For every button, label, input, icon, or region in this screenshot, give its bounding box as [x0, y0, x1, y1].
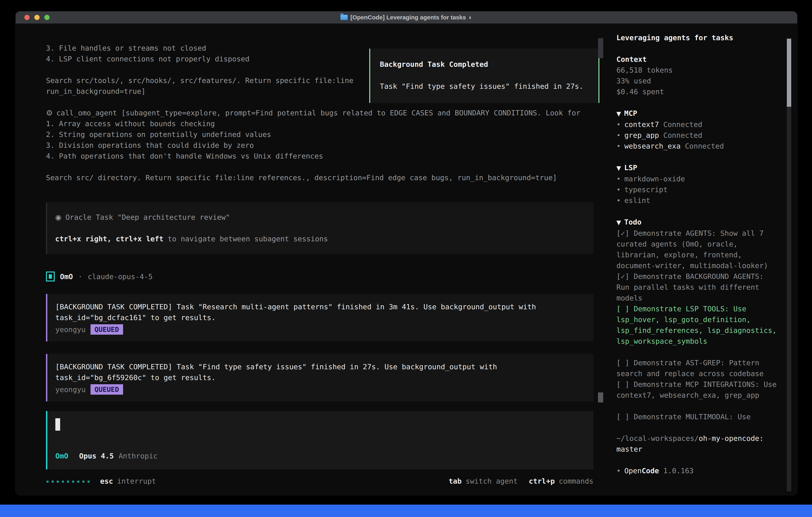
bullet-icon: •: [616, 142, 621, 150]
todo-section-header[interactable]: ▼Todo: [616, 217, 779, 228]
app-version: •OpenCode 1.0.163: [616, 465, 779, 476]
background-window-strip: [0, 505, 812, 517]
bullet-icon: •: [616, 196, 621, 205]
status-badge: QUEUED: [90, 384, 123, 394]
context-spent: $0.46 spent: [616, 86, 779, 97]
task-message: [BACKGROUND TASK COMPLETED] Task "Resear…: [55, 301, 585, 312]
shortcut-keys: ctrl+x right, ctrl+x left: [55, 235, 164, 243]
status-badge: QUEUED: [90, 324, 123, 335]
title-bar[interactable]: [OpenCode] Leveraging agents for tasks ◐: [16, 11, 797, 24]
tool-call-header: ⚙ call_omo_agent [subagent_type=explore,…: [46, 108, 593, 118]
git-branch: master: [616, 445, 642, 453]
agent-name: OmO: [60, 272, 73, 281]
zoom-button[interactable]: [45, 15, 50, 20]
terminal-line: Search src/ directory. Return specific f…: [46, 172, 593, 183]
prompt-input[interactable]: OmO Opus 4.5 Anthropic: [46, 411, 593, 469]
context-heading: Context: [616, 54, 779, 65]
task-id-line: task_id="bg_6f59260c" to get results.: [55, 372, 585, 383]
terminal-line: 4. Path operations that don't handle Win…: [46, 151, 593, 162]
mcp-item: •grep_app Connected: [616, 130, 779, 141]
terminal-main: 3. File handles or streams not closed 4.…: [16, 24, 606, 495]
chevron-down-icon: ▼: [616, 110, 621, 117]
lsp-item: •eslint: [616, 195, 779, 206]
mcp-section-header[interactable]: ▼MCP: [616, 108, 779, 119]
shortcut-description: to navigate between subagent sessions: [164, 235, 328, 243]
terminal-line: 1. Array access without bounds checking: [46, 118, 593, 129]
context-meter-icon: ◐: [469, 14, 472, 21]
input-model-name: Opus 4.5: [79, 451, 114, 461]
bullet-icon: •: [616, 120, 621, 129]
todo-item-active: [ ] Demonstrate LSP TOOLS: Use lsp_hover…: [616, 303, 779, 347]
terminal-line: [46, 162, 593, 172]
sidebar-scrollbar-thumb[interactable]: [787, 39, 791, 107]
window-title-group: [OpenCode] Leveraging agents for tasks ◐: [341, 14, 472, 21]
opencode-window: [OpenCode] Leveraging agents for tasks ◐…: [16, 11, 797, 495]
notification-title: Background Task Completed: [380, 59, 589, 70]
task-message: [BACKGROUND TASK COMPLETED] Task "Find t…: [55, 361, 585, 372]
gear-icon: ⚙: [46, 108, 53, 118]
lsp-item: •markdown-oxide: [616, 173, 779, 184]
background-task-card[interactable]: [BACKGROUND TASK COMPLETED] Task "Resear…: [46, 294, 593, 342]
todo-item-done: [✓] Demonstrate AGENTS: Show all 7 curat…: [616, 228, 779, 271]
working-indicator-dots: ▪▪▪▪▪▪▪▪▪: [46, 476, 92, 487]
mcp-item: •websearch_exa Connected: [616, 141, 779, 152]
mcp-item: •context7 Connected: [616, 119, 779, 130]
input-provider-name: Anthropic: [118, 451, 157, 461]
esc-key-hint: esc: [100, 476, 113, 487]
agent-square-icon: [46, 272, 55, 281]
chevron-down-icon: ▼: [616, 165, 621, 171]
lsp-item: •typescript: [616, 184, 779, 195]
ctrlp-key-hint: ctrl+p: [529, 476, 555, 487]
bullet-icon: •: [616, 467, 621, 475]
fisheye-icon: ◉: [55, 212, 61, 223]
traffic-lights: [24, 11, 50, 23]
agent-header: OmO · claude-opus-4-5: [46, 272, 593, 281]
close-button[interactable]: [24, 15, 30, 20]
main-scrollbar-thumb[interactable]: [598, 38, 603, 58]
lsp-section-header[interactable]: ▼LSP: [616, 162, 779, 173]
minimize-button[interactable]: [34, 15, 39, 20]
text-cursor: [55, 418, 60, 431]
tab-key-label: switch agent: [466, 476, 518, 487]
bullet-icon: •: [616, 186, 621, 194]
esc-key-label: interrupt: [117, 476, 156, 487]
task-id-line: task_id="bg_dcfac161" to get results.: [55, 312, 585, 323]
terminal-line: 2. String operations on potentially unde…: [46, 129, 593, 140]
task-user: yeongyu: [55, 325, 86, 334]
bullet-icon: •: [616, 131, 621, 139]
oracle-task-label: Oracle Task "Deep architecture review": [65, 212, 230, 223]
folder-icon: [341, 15, 348, 20]
toast-notification[interactable]: Background Task Completed Task "Find typ…: [369, 49, 600, 103]
tool-call-text: call_omo_agent [subagent_type=explore, p…: [56, 108, 580, 118]
main-scrollbar-thumb[interactable]: [598, 392, 603, 403]
todo-item-pending: [ ] Demonstrate AST-GREP: Pattern search…: [616, 357, 779, 379]
ctrlp-key-label: commands: [559, 476, 593, 487]
chevron-down-icon: ▼: [616, 219, 621, 226]
terminal-line: 3. Division operations that could divide…: [46, 140, 593, 151]
repo-name: oh-my-opencode:: [699, 434, 764, 442]
status-bar: ▪▪▪▪▪▪▪▪▪ esc interrupt tab switch agent…: [46, 476, 593, 487]
todo-item-pending: [ ] Demonstrate MCP INTEGRATIONS: Use co…: [616, 379, 779, 401]
bullet-icon: •: [616, 175, 621, 183]
session-sidebar: Leveraging agents for tasks Context 66,5…: [606, 24, 797, 495]
todo-item-done: [✓] Demonstrate BACKGROUND AGENTS: Run p…: [616, 271, 779, 303]
agent-model: claude-opus-4-5: [88, 272, 153, 281]
context-tokens: 66,518 tokens: [616, 65, 779, 76]
oracle-task-card[interactable]: ◉ Oracle Task "Deep architecture review"…: [46, 202, 593, 254]
input-agent-name: OmO: [55, 451, 68, 461]
oracle-hint: ctrl+x right, ctrl+x left to navigate be…: [55, 234, 585, 244]
todo-item-pending: [ ] Demonstrate MULTIMODAL: Use: [616, 411, 779, 422]
notification-body: Task "Find type safety issues" finished …: [380, 81, 589, 92]
context-used: 33% used: [616, 76, 779, 86]
tool-call-body: 1. Array access without bounds checking …: [46, 118, 593, 183]
background-task-card[interactable]: [BACKGROUND TASK COMPLETED] Task "Find t…: [46, 354, 593, 402]
task-user: yeongyu: [55, 385, 86, 393]
window-title: [OpenCode] Leveraging agents for tasks: [350, 14, 466, 21]
session-title: Leveraging agents for tasks: [616, 32, 779, 43]
tab-key-hint: tab: [448, 476, 462, 487]
separator-dot: ·: [78, 272, 83, 281]
workspace-path: ~/local-workspaces/oh-my-opencode:master: [616, 433, 779, 455]
